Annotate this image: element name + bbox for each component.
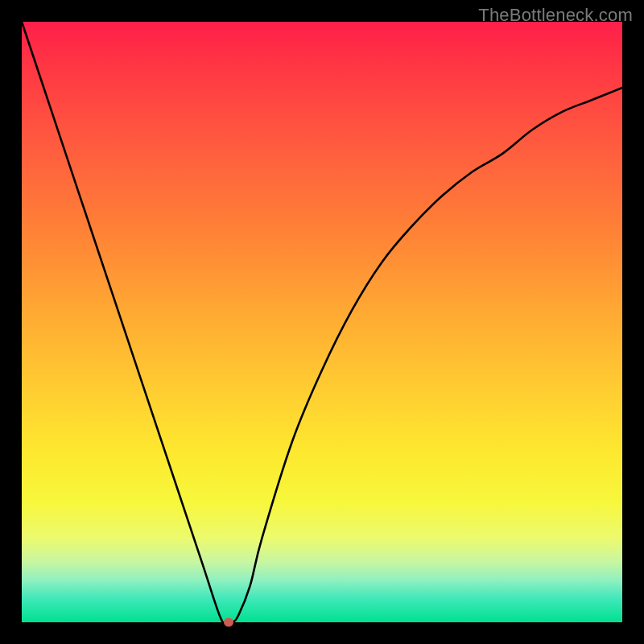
curve-path xyxy=(22,22,622,623)
optimal-point-marker xyxy=(224,618,233,627)
chart-frame: TheBottleneck.com xyxy=(0,0,644,644)
bottleneck-curve xyxy=(22,22,622,622)
plot-area xyxy=(22,22,622,622)
